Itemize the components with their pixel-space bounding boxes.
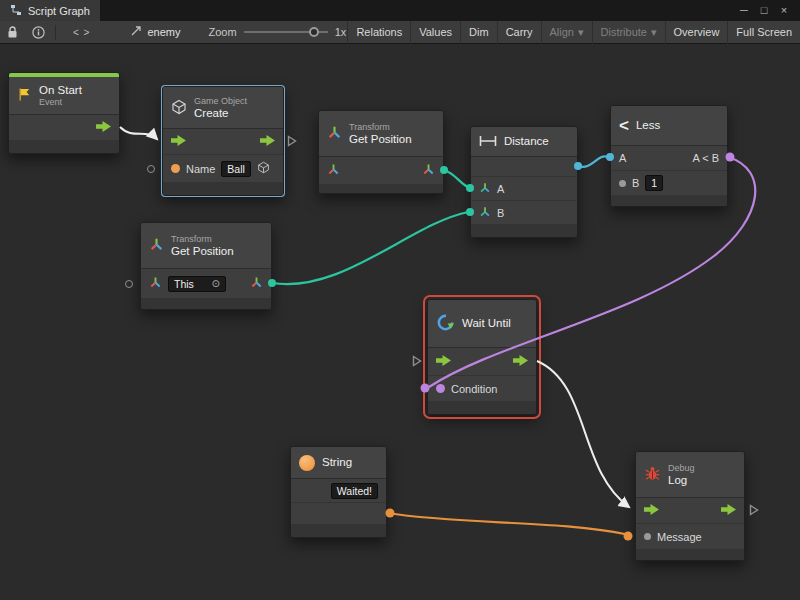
code-icon[interactable]: < > bbox=[59, 21, 104, 44]
wire-onstart-to-create bbox=[120, 127, 157, 139]
button-label: Carry bbox=[506, 26, 533, 38]
node-footer bbox=[141, 299, 271, 309]
vector3-port-icon[interactable] bbox=[479, 182, 491, 196]
value-port-dot[interactable] bbox=[619, 180, 626, 187]
value-port-ring[interactable] bbox=[125, 280, 133, 288]
script-graph-icon bbox=[10, 4, 22, 18]
flow-output-port[interactable] bbox=[260, 135, 275, 148]
node-category: Transform bbox=[349, 122, 412, 133]
node-footer bbox=[428, 402, 536, 414]
name-field[interactable]: Ball bbox=[221, 161, 251, 177]
string-value-field[interactable]: Waited! bbox=[331, 483, 378, 499]
unconnected-flow-icon[interactable] bbox=[412, 355, 422, 369]
button-label: Dim bbox=[469, 26, 489, 38]
float-output-row[interactable] bbox=[471, 157, 577, 177]
tab-script-graph[interactable]: Script Graph bbox=[0, 0, 100, 21]
port-label: A bbox=[619, 152, 626, 164]
flow-input-port[interactable] bbox=[171, 135, 186, 148]
distribute-button[interactable]: Distribute▾ bbox=[592, 21, 665, 44]
values-button[interactable]: Values bbox=[410, 21, 460, 44]
graph-name: enemy bbox=[147, 26, 180, 38]
boolean-port-dot[interactable] bbox=[436, 384, 445, 393]
graph-breadcrumb[interactable]: enemy bbox=[130, 25, 180, 39]
overview-button[interactable]: Overview bbox=[665, 21, 728, 44]
value-port-dot[interactable] bbox=[644, 533, 651, 540]
transform-input-port[interactable] bbox=[327, 163, 340, 178]
align-button[interactable]: Align▾ bbox=[541, 21, 592, 44]
node-get-position-top[interactable]: Transform Get Position bbox=[318, 110, 444, 194]
flow-output-port[interactable] bbox=[96, 121, 111, 134]
unconnected-flow-icon[interactable] bbox=[287, 135, 297, 149]
node-title: Create bbox=[194, 107, 247, 120]
field-value: This bbox=[174, 278, 194, 290]
button-label: Full Screen bbox=[736, 26, 792, 38]
port-label: B bbox=[497, 207, 504, 219]
node-footer bbox=[163, 183, 283, 195]
close-icon[interactable]: × bbox=[774, 0, 794, 21]
zoom-slider[interactable] bbox=[244, 25, 328, 39]
node-footer bbox=[319, 185, 443, 193]
node-title: Get Position bbox=[171, 245, 234, 258]
transform-input-port[interactable] bbox=[149, 276, 162, 291]
flow-output-port[interactable] bbox=[513, 355, 528, 368]
node-wait-until[interactable]: Wait Until Condition bbox=[427, 299, 537, 415]
target-field[interactable]: This ⊙ bbox=[168, 276, 226, 292]
node-distance[interactable]: Distance A B bbox=[470, 126, 578, 238]
string-output-row[interactable] bbox=[291, 503, 386, 525]
node-footer bbox=[611, 196, 727, 206]
vector3-output-port[interactable] bbox=[422, 163, 435, 178]
node-title: Get Position bbox=[349, 133, 412, 146]
node-footer bbox=[9, 141, 119, 153]
minimize-icon[interactable]: ─ bbox=[734, 0, 754, 21]
port-label: A bbox=[497, 183, 504, 195]
vector3-output-port[interactable] bbox=[250, 276, 263, 291]
unity-script-graph-window: Script Graph ─ □ × < > enemy Zoom bbox=[0, 0, 800, 600]
node-on-start-event[interactable]: On Start Event bbox=[8, 72, 120, 154]
value-port-ring[interactable] bbox=[147, 165, 155, 173]
transform-axes-icon bbox=[327, 125, 342, 142]
field-value: 1 bbox=[651, 177, 657, 189]
graph-canvas[interactable]: On Start Event Game Object Create bbox=[0, 44, 800, 600]
button-label: Values bbox=[419, 26, 452, 38]
info-icon[interactable] bbox=[25, 21, 52, 44]
chevron-down-icon: ▾ bbox=[651, 26, 657, 39]
port-label: Name bbox=[186, 163, 215, 175]
transform-axes-icon bbox=[149, 237, 164, 254]
field-value: Ball bbox=[227, 163, 245, 175]
node-game-object-create[interactable]: Game Object Create Name Ball bbox=[162, 86, 284, 196]
vector3-port-icon[interactable] bbox=[479, 206, 491, 220]
port-label: Condition bbox=[451, 383, 497, 395]
node-title: Distance bbox=[504, 135, 549, 148]
node-get-position-bottom[interactable]: Transform Get Position This ⊙ bbox=[140, 222, 272, 310]
node-debug-log[interactable]: Debug Log Message bbox=[635, 451, 745, 561]
b-value-field[interactable]: 1 bbox=[645, 175, 663, 191]
zoom-slider-knob[interactable] bbox=[309, 27, 319, 37]
maximize-icon[interactable]: □ bbox=[754, 0, 774, 21]
carry-button[interactable]: Carry bbox=[497, 21, 541, 44]
lock-icon[interactable] bbox=[0, 21, 25, 44]
relations-button[interactable]: Relations bbox=[347, 21, 410, 44]
flow-output-port[interactable] bbox=[721, 504, 736, 517]
node-footer bbox=[471, 225, 577, 237]
tab-title: Script Graph bbox=[28, 5, 90, 17]
zoom-value: 1x bbox=[335, 26, 347, 38]
flow-input-port[interactable] bbox=[436, 355, 451, 368]
unconnected-flow-icon[interactable] bbox=[749, 504, 759, 518]
wire-distance-to-less-a bbox=[578, 156, 608, 166]
node-footer bbox=[636, 550, 744, 560]
fullscreen-button[interactable]: Full Screen bbox=[727, 21, 800, 44]
object-picker-icon[interactable]: ⊙ bbox=[212, 279, 220, 289]
node-title: Wait Until bbox=[462, 317, 511, 330]
wire-string-to-log-message bbox=[387, 513, 630, 535]
dim-button[interactable]: Dim bbox=[460, 21, 497, 44]
wire-getposition-bottom-to-distance-b bbox=[272, 212, 468, 284]
string-port-dot[interactable] bbox=[171, 164, 180, 173]
button-label: Overview bbox=[674, 26, 720, 38]
button-label: Relations bbox=[356, 26, 402, 38]
node-less[interactable]: < Less A A < B B 1 bbox=[610, 105, 728, 207]
node-category: Debug bbox=[668, 463, 695, 474]
toolbar-buttons: Relations Values Dim Carry Align▾ Distri… bbox=[347, 21, 800, 44]
field-value: Waited! bbox=[337, 485, 372, 497]
flow-input-port[interactable] bbox=[644, 504, 659, 517]
node-string[interactable]: String Waited! bbox=[290, 446, 387, 538]
